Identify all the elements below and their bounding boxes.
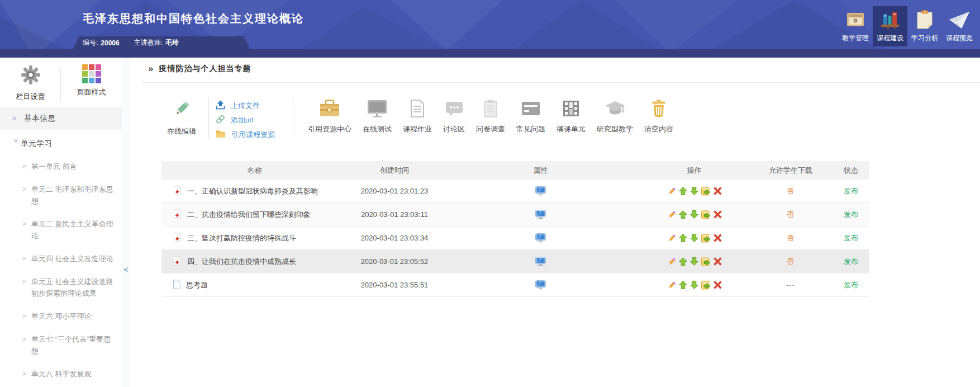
move-up-icon[interactable]: [679, 281, 687, 289]
display-attribute-icon[interactable]: [535, 280, 546, 290]
discussion-area-button[interactable]: 讨论区: [437, 98, 470, 134]
monitor-icon: [367, 98, 387, 119]
edit-icon[interactable]: [667, 257, 676, 266]
status-badge[interactable]: 发布: [832, 233, 869, 243]
edit-icon[interactable]: [667, 281, 676, 290]
resource-table: 名称 创建时间 属性 操作 允许学生下载 状态 一、正确认识新型冠状病毒肺炎及其…: [161, 161, 869, 297]
sidebar-tools: 栏目设置 页面样式: [0, 58, 122, 105]
edit-icon[interactable]: [667, 210, 676, 219]
edit-icon[interactable]: [667, 234, 676, 243]
sidebar-unit-1[interactable]: > 第一单元 前言: [0, 155, 122, 178]
collapse-sidebar-icon[interactable]: <: [123, 265, 129, 274]
sidebar-unit-7[interactable]: > 单元七 “三个代表”重要思想: [0, 328, 122, 362]
course-no: 20006: [101, 39, 119, 47]
status-badge[interactable]: 发布: [832, 257, 869, 267]
resource-name[interactable]: 思考题: [186, 280, 208, 290]
nav-teaching-management[interactable]: 教学管理: [838, 6, 873, 46]
faq-button[interactable]: 常见问题: [511, 98, 551, 134]
move-down-icon[interactable]: [690, 257, 698, 266]
toolbar-divider: [293, 98, 293, 139]
page-header: » 疫情防治与个人担当专题: [148, 63, 251, 74]
move-up-icon[interactable]: [679, 210, 687, 219]
sidebar-unit-4[interactable]: > 单元四 社会主义改造理论: [0, 247, 122, 270]
resource-name[interactable]: 三、坚决打赢防控疫情的特殊战斗: [187, 233, 296, 243]
nav-label: 教学管理: [842, 34, 869, 43]
sidebar-item-basic-info[interactable]: > 基本信息: [0, 107, 122, 130]
cite-resource-center-button[interactable]: 引用资源中心: [302, 98, 357, 134]
clear-content-button[interactable]: 清空内容: [639, 98, 679, 134]
course-builder-app: 毛泽东思想和中国特色社会主义理论概论 教学管理 课程建设 学习分析: [0, 0, 980, 387]
nav-course-construction[interactable]: 课程建设: [873, 6, 907, 46]
move-up-icon[interactable]: [679, 187, 687, 195]
cite-course-resource-button[interactable]: 引用课程资源: [216, 129, 286, 140]
header-nav: 教学管理 课程建设 学习分析 课程预览: [838, 6, 977, 46]
add-url-label: 添加url: [231, 115, 253, 125]
sidebar-unit-8[interactable]: > 单元八 科学发展观: [0, 362, 122, 385]
sidebar-unit-3[interactable]: > 单元三 新民主主义革命理论: [0, 213, 122, 247]
chevron-right-icon: >: [22, 218, 26, 230]
course-assignment-button[interactable]: 课程作业: [397, 98, 437, 134]
research-teaching-button[interactable]: 研究型教学: [591, 98, 639, 134]
column-header-name: 名称: [161, 166, 348, 176]
status-badge[interactable]: 发布: [832, 280, 869, 290]
chevron-right-icon: >: [22, 333, 26, 345]
pencil-icon: [172, 99, 192, 121]
allow-download-toggle[interactable]: 否: [749, 257, 832, 267]
nav-course-preview[interactable]: 课程预览: [942, 6, 977, 46]
delete-icon[interactable]: [713, 234, 722, 242]
edit-icon[interactable]: [667, 187, 676, 196]
allow-download-toggle[interactable]: 否: [749, 233, 832, 243]
unit-label: 单元八 科学发展观: [31, 370, 92, 378]
move-up-icon[interactable]: [679, 257, 687, 266]
add-url-button[interactable]: 添加url: [216, 115, 286, 126]
online-edit-button[interactable]: 在线编辑: [161, 92, 202, 136]
display-attribute-icon[interactable]: [535, 210, 546, 219]
column-settings-button[interactable]: 栏目设置: [0, 64, 61, 105]
unit-label: 单元二 毛泽东和毛泽东思想: [31, 185, 113, 205]
move-up-icon[interactable]: [679, 234, 687, 242]
broadcast-unit-button[interactable]: 播课单元: [551, 98, 591, 134]
survey-button[interactable]: 问卷调查: [470, 98, 511, 134]
delete-icon[interactable]: [713, 281, 722, 289]
display-attribute-icon[interactable]: [535, 257, 546, 266]
nav-learning-analysis[interactable]: 学习分析: [907, 6, 942, 46]
table-row: 三、坚决打赢防控疫情的特殊战斗 2020-03-01 23:03:34 否 发布: [161, 226, 869, 250]
online-test-button[interactable]: 在线测试: [357, 98, 397, 134]
upload-file-button[interactable]: 上传文件: [216, 100, 286, 111]
resource-name[interactable]: 一、正确认识新型冠状病毒肺炎及其影响: [187, 186, 318, 196]
display-attribute-icon[interactable]: [535, 186, 546, 196]
move-to-icon[interactable]: [701, 281, 711, 290]
upload-file-label: 上传文件: [231, 101, 260, 111]
chevron-down-icon: >: [12, 139, 20, 149]
sidebar-unit-5[interactable]: > 单元五 社会主义建设道路初步探索的理论成果: [0, 270, 122, 305]
page-style-button[interactable]: 页面样式: [61, 64, 122, 105]
sidebar-unit-6[interactable]: > 单元六 邓小平理论: [0, 305, 122, 328]
move-down-icon[interactable]: [690, 281, 698, 289]
delete-icon[interactable]: [713, 210, 722, 219]
delete-icon[interactable]: [713, 257, 722, 266]
resource-name[interactable]: 四、让我们在抗击疫情中成熟成长: [187, 257, 296, 267]
allow-download-toggle[interactable]: 否: [749, 186, 832, 196]
delete-icon[interactable]: [713, 187, 722, 195]
move-to-icon[interactable]: [701, 234, 711, 243]
move-down-icon[interactable]: [690, 234, 698, 242]
status-badge[interactable]: 发布: [832, 210, 869, 220]
move-to-icon[interactable]: [701, 187, 711, 196]
move-to-icon[interactable]: [701, 210, 711, 219]
sidebar-unit-2[interactable]: > 单元二 毛泽东和毛泽东思想: [0, 178, 122, 213]
sidebar-collapse-strip: <: [122, 58, 130, 387]
folder-icon: [216, 130, 226, 140]
resource-name[interactable]: 二、抗击疫情给我们留下哪些深刻印象: [187, 210, 311, 220]
status-badge[interactable]: 发布: [832, 186, 869, 196]
move-down-icon[interactable]: [690, 210, 698, 219]
move-down-icon[interactable]: [690, 187, 698, 195]
table-row: 一、正确认识新型冠状病毒肺炎及其影响 2020-03-01 23:01:23 否…: [161, 180, 869, 203]
display-attribute-icon[interactable]: [535, 233, 546, 243]
move-to-icon[interactable]: [701, 257, 711, 266]
sidebar-item-unit-learning[interactable]: > 单元学习: [0, 133, 122, 155]
film-icon: [562, 98, 580, 119]
table-header: 名称 创建时间 属性 操作 允许学生下载 状态: [161, 161, 869, 180]
allow-download-toggle[interactable]: 否: [749, 210, 832, 220]
unit-label: 第一单元 前言: [31, 162, 77, 171]
assignment-icon: [410, 98, 425, 119]
